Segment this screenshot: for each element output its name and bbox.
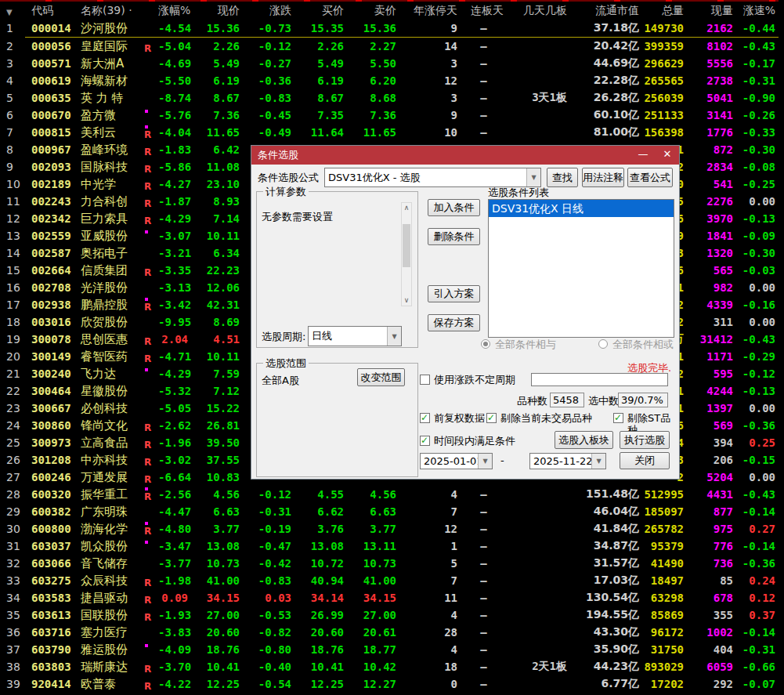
column-header-15[interactable]: 涨速%	[736, 2, 779, 20]
range-value: 全部A股	[262, 375, 299, 386]
column-header-10[interactable]: 连板天	[461, 2, 507, 20]
chevron-down-icon[interactable]: ▼	[387, 327, 401, 346]
row-marker	[143, 503, 158, 520]
exclude-st-checkbox[interactable]	[613, 413, 623, 423]
column-header-6[interactable]: 涨跌	[243, 2, 294, 20]
magenta-dot-icon	[145, 298, 148, 301]
table-row[interactable]: 30600800渤海化学R-4.803.77-0.193.763.7712–41…	[0, 520, 779, 538]
table-row[interactable]: 29600382广东明珠-4.476.63-0.316.626.637–46.0…	[0, 503, 779, 520]
minimize-icon[interactable]: —	[633, 146, 653, 165]
column-header-4[interactable]: 涨幅%	[158, 2, 191, 20]
table-row[interactable]: 3000571新大洲A-4.695.49-0.275.495.503–44.69…	[0, 55, 779, 72]
change-range-button[interactable]: 改变范围	[357, 368, 405, 386]
column-header-13[interactable]: 总量	[642, 2, 687, 20]
table-header-row: ▼代码名称(39) ·涨幅%现价涨跌买价卖价年涨停天连板天几天几板流通市值总量现…	[0, 2, 779, 20]
table-row[interactable]: 1000014沙河股份-4.5415.36-0.7315.3515.369–37…	[0, 20, 779, 38]
row-marker: R	[143, 210, 158, 227]
species-count-label: 品种数	[517, 395, 547, 407]
magenta-dot-icon	[145, 110, 148, 113]
margin-trading-r-icon: R	[144, 337, 151, 346]
exclude-untraded-label: 剔除当前未交易品种	[500, 412, 592, 424]
dialog-title-bar[interactable]: 条件选股	[251, 146, 679, 165]
condition-listbox[interactable]: DSV31优化X 日线	[488, 199, 674, 338]
usage-notes-button[interactable]: 用法注释	[582, 168, 624, 187]
view-formula-button[interactable]: 查看公式	[627, 168, 673, 187]
row-marker	[143, 555, 158, 572]
row-marker: R	[143, 417, 158, 434]
row-marker	[143, 400, 158, 417]
add-condition-button[interactable]: 加入条件	[428, 199, 480, 216]
select-into-block-button[interactable]: 选股入板块	[555, 431, 613, 449]
column-header-9[interactable]: 年涨停天	[399, 2, 461, 20]
column-header-8[interactable]: 卖价	[347, 2, 399, 20]
column-header-7[interactable]: 买价	[294, 2, 347, 20]
table-row[interactable]: 2000056皇庭国际R-5.042.26-0.122.262.2714–20.…	[0, 38, 779, 56]
table-row[interactable]: 5000635英 力 特-8.748.67-0.838.678.683–3天1板…	[0, 89, 779, 107]
table-row[interactable]: 7000815美利云R-4.0411.65-0.4911.6411.6510–8…	[0, 124, 779, 141]
row-marker	[143, 227, 158, 244]
table-row[interactable]: 38603803瑞斯康达R-3.7010.41-0.4010.4110.4218…	[0, 658, 779, 675]
column-header-1[interactable]: 代码	[25, 2, 78, 20]
chevron-down-icon[interactable]: ▼	[526, 168, 540, 186]
scrollbar-thumb[interactable]	[403, 224, 410, 267]
margin-trading-r-icon: R	[144, 302, 151, 312]
margin-trading-r-icon: R	[144, 268, 151, 277]
app-root: { "table": { "sort_icon": "▼", "headers"…	[0, 0, 784, 695]
scroll-down-icon[interactable]: ∨	[402, 295, 411, 306]
radio-all-or[interactable]	[598, 339, 608, 349]
table-row[interactable]: 6000670盈方微-5.767.36-0.457.357.369–60.10亿…	[0, 107, 779, 124]
column-header-11[interactable]: 几天几板	[507, 2, 570, 20]
variable-period-input[interactable]	[531, 373, 668, 386]
margin-trading-r-icon: R	[144, 578, 151, 588]
params-scrollbar[interactable]: ∧ ∨	[401, 202, 412, 306]
save-plan-button[interactable]: 保存方案	[428, 314, 480, 331]
close-icon[interactable]: ✕	[657, 146, 677, 165]
row-marker	[143, 641, 158, 658]
time-range-checkbox[interactable]	[420, 436, 430, 446]
chevron-down-icon[interactable]: ▼	[591, 454, 605, 469]
chevron-down-icon[interactable]: ▼	[478, 454, 492, 469]
column-header-12[interactable]: 流通市值	[570, 2, 642, 20]
magenta-dot-icon	[145, 230, 148, 233]
column-header-0[interactable]: ▼	[0, 2, 25, 20]
table-row[interactable]: 34603583捷昌驱动R0.0934.150.0334.1434.1511–1…	[0, 589, 779, 606]
sort-arrow-icon[interactable]: ▼	[6, 8, 13, 16]
row-marker: R	[143, 176, 158, 193]
table-row[interactable]: 36603716塞力医疗-3.8320.60-0.8220.6020.6128–…	[0, 624, 779, 641]
formula-combobox[interactable]: DSV31优化X - 选股 ▼	[324, 168, 541, 187]
table-row[interactable]: 37603790雅运股份-4.0918.76-0.8018.7618.774–3…	[0, 641, 779, 658]
scroll-up-icon[interactable]: ∧	[402, 203, 411, 213]
table-row[interactable]: 28600320振华重工R-2.564.56-0.124.554.564–151…	[0, 486, 779, 503]
execute-select-button[interactable]: 执行选股	[620, 431, 670, 449]
margin-trading-r-icon: R	[144, 423, 151, 433]
find-button[interactable]: 查找	[547, 168, 578, 187]
margin-trading-r-icon: R	[144, 527, 151, 536]
import-plan-button[interactable]: 引入方案	[428, 285, 480, 302]
close-button[interactable]: 关闭	[620, 452, 670, 469]
species-count-field: 5458	[550, 393, 584, 407]
delete-condition-button[interactable]: 删除条件	[428, 228, 480, 245]
margin-trading-r-icon: R	[144, 182, 151, 191]
date-to-combobox[interactable]: 2025-11-22 ▼	[529, 453, 606, 469]
column-header-3[interactable]	[143, 2, 158, 20]
column-header-5[interactable]: 现价	[191, 2, 243, 20]
exclude-untraded-checkbox[interactable]	[486, 413, 497, 423]
time-range-label: 时间段内满足条件	[434, 435, 515, 447]
radio-all-and[interactable]	[481, 339, 490, 349]
table-row[interactable]: 4000619海螺新材-5.506.19-0.366.196.2012–22.2…	[0, 72, 779, 89]
table-row[interactable]: 31603037凯众股份-3.4713.08-0.4713.0813.111–3…	[0, 538, 779, 555]
column-header-2[interactable]: 名称(39) ·	[78, 2, 143, 20]
table-row[interactable]: 35603613国联股份R-1.9327.00-0.5326.9927.004–…	[0, 606, 779, 624]
table-row[interactable]: 39920414欧普泰R-4.2212.25-0.5412.2512.270–6…	[0, 675, 779, 693]
table-row[interactable]: 33603275众辰科技R-1.9841.00-0.8340.9441.007–…	[0, 572, 779, 589]
condition-list-item[interactable]: DSV31优化X 日线	[489, 200, 674, 217]
column-header-14[interactable]: 现量	[687, 2, 736, 20]
margin-trading-r-icon: R	[144, 216, 151, 226]
forward-adjusted-checkbox[interactable]	[420, 413, 430, 423]
table-row[interactable]: 32603066音飞储存-3.7710.73-0.4210.7210.735–3…	[0, 555, 779, 572]
variable-period-checkbox[interactable]	[420, 375, 430, 385]
row-marker	[143, 244, 158, 262]
period-combobox[interactable]: 日线 ▼	[308, 326, 402, 346]
margin-trading-r-icon: R	[144, 492, 151, 501]
date-from-combobox[interactable]: 2025-01-01 ▼	[420, 453, 493, 469]
